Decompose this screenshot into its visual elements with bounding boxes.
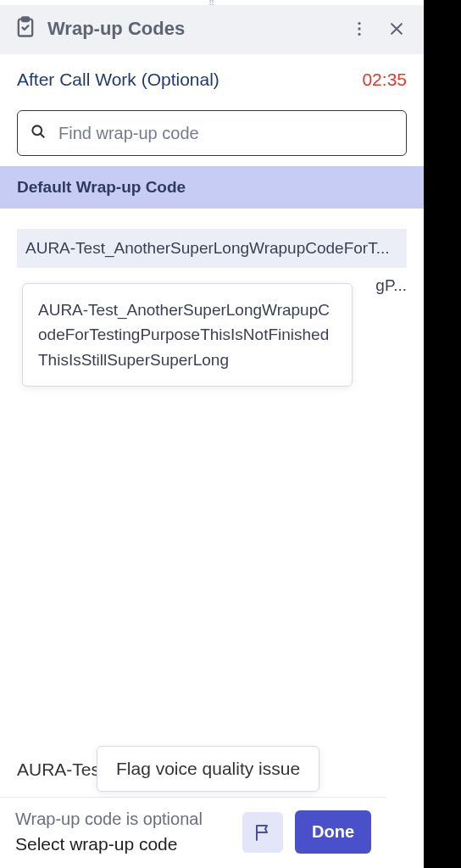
default-code-section-header: Default Wrap-up Code (0, 166, 424, 209)
acw-label: After Call Work (Optional) (17, 70, 219, 90)
search-box[interactable] (17, 110, 407, 156)
done-button[interactable]: Done (295, 810, 371, 854)
flag-button[interactable] (242, 812, 283, 853)
drag-dots-icon: ⠿ (208, 2, 216, 5)
select-hint: Select wrap-up code (15, 834, 230, 854)
clipboard-check-icon (14, 15, 37, 42)
selected-tag-row: AURA-Tes Flag voice quality issue (0, 748, 386, 798)
search-input[interactable] (58, 124, 394, 143)
footer: AURA-Tes Flag voice quality issue Wrap-u… (0, 748, 386, 868)
action-bar: Wrap-up code is optional Select wrap-up … (0, 798, 386, 868)
flag-voice-quality-popup[interactable]: Flag voice quality issue (97, 746, 319, 792)
panel-title: Wrap-up Codes (47, 18, 336, 40)
close-icon (388, 20, 405, 37)
svg-point-2 (358, 22, 360, 25)
wrapup-code-item[interactable]: AURA-Test_AnotherSuperLongWrapupCodeForT… (17, 229, 407, 268)
optional-hint: Wrap-up code is optional (15, 810, 230, 829)
code-trailing-fragment: gP... (375, 276, 407, 295)
close-button[interactable] (383, 15, 410, 42)
kebab-icon (350, 19, 369, 38)
svg-point-3 (358, 27, 360, 30)
svg-point-4 (358, 33, 360, 36)
flag-icon (253, 822, 273, 843)
svg-rect-1 (22, 17, 29, 21)
more-options-button[interactable] (346, 15, 373, 42)
acw-timer: 02:35 (362, 70, 407, 90)
action-text: Wrap-up code is optional Select wrap-up … (15, 810, 230, 854)
selected-tag-text: AURA-Tes (17, 760, 100, 780)
code-full-name-tooltip: AURA-Test_AnotherSuperLongWrapupCodeForT… (22, 283, 353, 387)
after-call-work-row: After Call Work (Optional) 02:35 (0, 54, 424, 103)
wrapup-panel: ⠿ Wrap-up Codes After Call Work (Optiona… (0, 0, 424, 868)
search-icon (30, 123, 47, 143)
panel-header: Wrap-up Codes (0, 5, 424, 54)
search-row (0, 103, 424, 166)
